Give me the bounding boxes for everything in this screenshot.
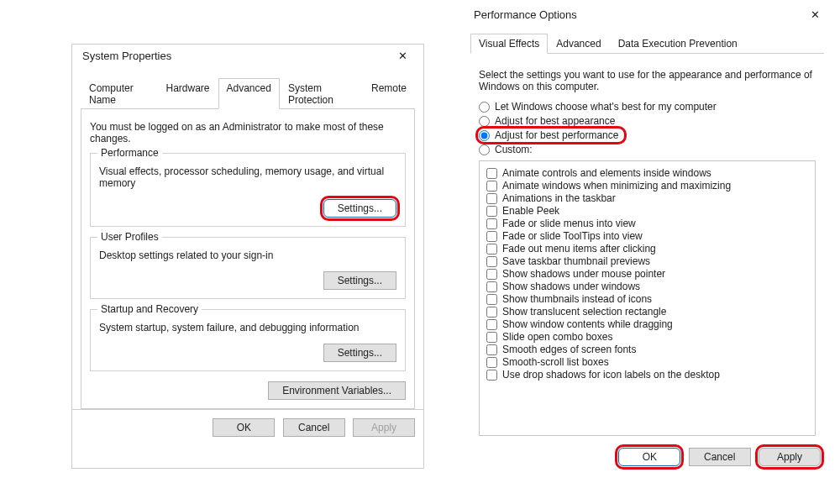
visual-effect-checkbox[interactable] (486, 218, 497, 229)
tab-system-protection[interactable]: System Protection (280, 78, 363, 109)
visual-effect-label: Animations in the taskbar (502, 192, 616, 204)
sysprops-apply-button[interactable]: Apply (353, 418, 415, 437)
perfopts-title: Performance Options (474, 8, 577, 21)
perfopts-apply-button[interactable]: Apply (759, 448, 821, 466)
visual-effect-item[interactable]: Animate controls and elements inside win… (486, 167, 808, 179)
visual-effect-checkbox[interactable] (486, 244, 497, 255)
startup-legend: Startup and Recovery (97, 303, 202, 315)
radio-input-let-windows[interactable] (479, 102, 490, 113)
visual-effect-item[interactable]: Fade out menu items after clicking (486, 243, 808, 255)
admin-note: You must be logged on as an Administrato… (90, 121, 406, 144)
radio-label: Adjust for best performance (495, 129, 618, 141)
visual-effect-checkbox[interactable] (486, 294, 497, 305)
visual-effect-item[interactable]: Use drop shadows for icon labels on the … (486, 369, 808, 381)
visual-effect-label: Show shadows under mouse pointer (502, 268, 665, 280)
visual-effect-item[interactable]: Show window contents while dragging (486, 318, 808, 330)
visual-effect-checkbox[interactable] (486, 281, 497, 292)
visual-effect-item[interactable]: Save taskbar thumbnail previews (486, 255, 808, 267)
visual-effect-label: Show translucent selection rectangle (502, 306, 666, 318)
visual-effect-label: Smooth edges of screen fonts (502, 344, 636, 355)
system-properties-dialog: System Properties ✕ Computer Name Hardwa… (71, 44, 424, 469)
visual-effect-item[interactable]: Smooth edges of screen fonts (486, 344, 808, 355)
environment-variables-button[interactable]: Environment Variables... (268, 381, 406, 400)
visual-effect-label: Animate windows when minimizing and maxi… (502, 180, 731, 192)
user-profiles-legend: User Profiles (97, 231, 162, 243)
visual-effect-checkbox[interactable] (486, 168, 497, 179)
visual-effect-label: Enable Peek (502, 205, 559, 217)
visual-effect-item[interactable]: Animations in the taskbar (486, 192, 808, 204)
radio-label: Let Windows choose what's best for my co… (495, 101, 717, 113)
radio-let-windows[interactable]: Let Windows choose what's best for my co… (479, 101, 816, 113)
visual-effect-checkbox[interactable] (486, 206, 497, 217)
visual-effect-checkbox[interactable] (486, 344, 497, 355)
visual-effect-item[interactable]: Enable Peek (486, 205, 808, 217)
radio-input-best-performance[interactable] (479, 130, 490, 141)
sysprops-title: System Properties (82, 50, 171, 62)
visual-effects-list[interactable]: Animate controls and elements inside win… (479, 160, 816, 436)
perfopts-intro: Select the settings you want to use for … (479, 69, 816, 92)
sysprops-cancel-button[interactable]: Cancel (283, 418, 345, 437)
radio-input-custom[interactable] (479, 144, 490, 155)
visual-effect-checkbox[interactable] (486, 332, 497, 343)
radio-label: Custom: (495, 144, 533, 155)
startup-recovery-group: Startup and Recovery System startup, sys… (90, 309, 406, 371)
tab-remote[interactable]: Remote (363, 78, 415, 109)
visual-effect-label: Show window contents while dragging (502, 318, 673, 330)
visual-effect-item[interactable]: Smooth-scroll list boxes (486, 356, 808, 368)
tab-hardware[interactable]: Hardware (157, 78, 218, 109)
visual-effect-item[interactable]: Show shadows under mouse pointer (486, 268, 808, 280)
visual-effect-checkbox[interactable] (486, 307, 497, 318)
radio-custom[interactable]: Custom: (479, 144, 816, 155)
visual-effect-item[interactable]: Slide open combo boxes (486, 331, 808, 343)
close-icon[interactable]: ✕ (390, 50, 415, 62)
visual-effect-item[interactable]: Show thumbnails instead of icons (486, 293, 808, 305)
visual-effect-item[interactable]: Animate windows when minimizing and maxi… (486, 180, 808, 192)
sysprops-tabs: Computer Name Hardware Advanced System P… (81, 77, 415, 109)
perfopts-ok-button[interactable]: OK (618, 448, 680, 466)
performance-settings-button[interactable]: Settings... (323, 199, 396, 218)
visual-effect-checkbox[interactable] (486, 181, 497, 192)
visual-effect-checkbox[interactable] (486, 193, 497, 204)
tab-advanced[interactable]: Advanced (548, 34, 609, 54)
visual-effect-label: Use drop shadows for icon labels on the … (502, 369, 720, 381)
visual-effect-checkbox[interactable] (486, 231, 497, 242)
radio-input-best-appearance[interactable] (479, 116, 490, 127)
performance-group: Performance Visual effects, processor sc… (90, 153, 406, 227)
visual-effect-label: Smooth-scroll list boxes (502, 356, 609, 368)
visual-effect-checkbox[interactable] (486, 370, 497, 381)
radio-best-performance[interactable]: Adjust for best performance (479, 129, 623, 141)
startup-desc: System startup, system failure, and debu… (99, 322, 396, 333)
sysprops-ok-button[interactable]: OK (213, 418, 275, 437)
performance-options-dialog: Performance Options ✕ Visual Effects Adv… (460, 0, 834, 504)
visual-effect-checkbox[interactable] (486, 357, 497, 368)
tab-dep[interactable]: Data Execution Prevention (610, 34, 746, 54)
user-profiles-desc: Desktop settings related to your sign-in (99, 249, 396, 261)
visual-effect-label: Animate controls and elements inside win… (502, 167, 711, 179)
visual-effect-item[interactable]: Show translucent selection rectangle (486, 306, 808, 318)
visual-effect-item[interactable]: Fade or slide ToolTips into view (486, 230, 808, 242)
visual-effect-label: Save taskbar thumbnail previews (502, 255, 650, 267)
performance-legend: Performance (97, 147, 162, 159)
visual-effect-checkbox[interactable] (486, 269, 497, 280)
visual-effect-label: Slide open combo boxes (502, 331, 612, 343)
user-profiles-settings-button[interactable]: Settings... (323, 271, 396, 290)
visual-effect-label: Fade or slide ToolTips into view (502, 230, 643, 242)
visual-effect-checkbox[interactable] (486, 319, 497, 330)
perfopts-cancel-button[interactable]: Cancel (689, 448, 751, 466)
visual-effect-label: Show thumbnails instead of icons (502, 293, 652, 305)
visual-effect-label: Fade out menu items after clicking (502, 243, 656, 255)
performance-desc: Visual effects, processor scheduling, me… (99, 165, 396, 189)
visual-effect-item[interactable]: Fade or slide menus into view (486, 218, 808, 229)
radio-label: Adjust for best appearance (495, 115, 615, 127)
visual-effect-label: Show shadows under windows (502, 281, 640, 292)
tab-computer-name[interactable]: Computer Name (81, 78, 157, 109)
tab-advanced[interactable]: Advanced (218, 78, 280, 109)
tab-visual-effects[interactable]: Visual Effects (470, 34, 548, 54)
close-icon[interactable]: ✕ (802, 8, 827, 21)
user-profiles-group: User Profiles Desktop settings related t… (90, 237, 406, 299)
visual-effect-label: Fade or slide menus into view (502, 218, 636, 229)
visual-effect-item[interactable]: Show shadows under windows (486, 281, 808, 292)
startup-settings-button[interactable]: Settings... (323, 344, 396, 362)
radio-best-appearance[interactable]: Adjust for best appearance (479, 115, 816, 127)
visual-effect-checkbox[interactable] (486, 256, 497, 267)
